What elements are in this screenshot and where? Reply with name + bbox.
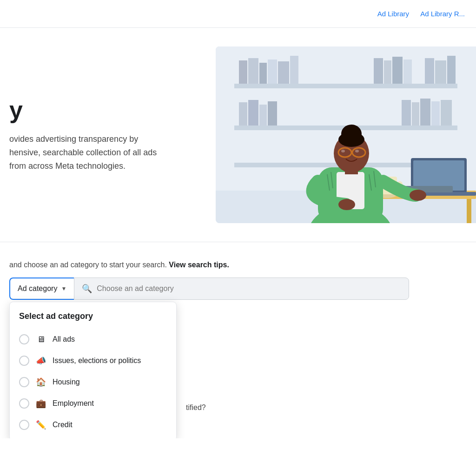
search-section: and choose an ad category to start your … bbox=[0, 242, 476, 438]
hero-text: y ovides advertising transparency by hen… bbox=[0, 97, 216, 173]
svg-rect-19 bbox=[248, 100, 258, 126]
radio-housing[interactable] bbox=[19, 377, 29, 387]
search-icon: 🔍 bbox=[82, 284, 92, 294]
svg-point-53 bbox=[341, 150, 345, 152]
svg-rect-15 bbox=[425, 58, 434, 84]
svg-rect-26 bbox=[441, 100, 452, 126]
svg-rect-24 bbox=[420, 99, 430, 126]
radio-credit[interactable] bbox=[19, 420, 29, 430]
background-partial-text: tified? bbox=[9, 403, 467, 412]
radio-issues-elections[interactable] bbox=[19, 356, 29, 366]
svg-rect-7 bbox=[259, 63, 267, 84]
search-tips-link[interactable]: View search tips. bbox=[169, 261, 229, 269]
monitor-icon: 🖥 bbox=[36, 335, 46, 344]
dropdown-title: Select ad category bbox=[10, 311, 176, 329]
all-ads-label: All ads bbox=[53, 335, 167, 344]
svg-rect-17 bbox=[447, 56, 456, 84]
svg-rect-23 bbox=[412, 102, 419, 126]
svg-point-47 bbox=[410, 190, 426, 201]
ad-category-label: Ad category bbox=[18, 284, 57, 293]
dropdown-container: Select ad category 🖥 All ads 📣 Issues, e… bbox=[9, 302, 177, 438]
svg-rect-9 bbox=[278, 61, 289, 84]
hero-title: y bbox=[9, 97, 197, 123]
svg-rect-25 bbox=[431, 101, 440, 126]
svg-rect-14 bbox=[403, 60, 412, 84]
pencil-icon: ✏️ bbox=[36, 420, 46, 430]
ad-category-button[interactable]: Ad category ▼ bbox=[9, 278, 74, 300]
svg-rect-2 bbox=[234, 84, 457, 88]
svg-rect-20 bbox=[259, 105, 267, 126]
megaphone-icon: 📣 bbox=[36, 356, 46, 366]
dropdown-item-all-ads[interactable]: 🖥 All ads bbox=[10, 329, 176, 350]
radio-all-ads[interactable] bbox=[19, 334, 29, 344]
svg-point-54 bbox=[355, 150, 359, 152]
svg-rect-10 bbox=[290, 56, 298, 84]
nav-ad-library[interactable]: Ad Library bbox=[377, 10, 409, 18]
house-icon: 🏠 bbox=[36, 377, 46, 387]
svg-point-48 bbox=[338, 199, 355, 210]
svg-rect-12 bbox=[384, 60, 391, 84]
hero-illustration bbox=[216, 46, 476, 223]
nav-links: Ad Library Ad Library R... bbox=[377, 10, 465, 18]
svg-point-43 bbox=[338, 132, 364, 147]
svg-rect-13 bbox=[392, 57, 403, 84]
nav-ad-library-report[interactable]: Ad Library R... bbox=[420, 10, 465, 18]
svg-rect-22 bbox=[402, 100, 411, 126]
svg-rect-21 bbox=[268, 101, 277, 126]
svg-rect-18 bbox=[239, 102, 247, 126]
svg-rect-29 bbox=[467, 199, 471, 223]
svg-rect-6 bbox=[248, 58, 258, 84]
search-input-wrap: 🔍 bbox=[74, 278, 409, 300]
dropdown-item-issues-elections[interactable]: 📣 Issues, elections or politics bbox=[10, 350, 176, 371]
dropdown-item-housing[interactable]: 🏠 Housing bbox=[10, 371, 176, 393]
search-hint: and choose an ad category to start your … bbox=[9, 261, 467, 269]
svg-rect-8 bbox=[268, 60, 277, 84]
search-bar: Ad category ▼ 🔍 bbox=[9, 278, 409, 300]
navbar: Ad Library Ad Library R... bbox=[0, 0, 476, 28]
svg-rect-11 bbox=[374, 58, 383, 84]
svg-rect-16 bbox=[435, 60, 446, 84]
chevron-down-icon: ▼ bbox=[61, 285, 66, 292]
issues-elections-label: Issues, elections or politics bbox=[53, 357, 167, 365]
dropdown-panel: Select ad category 🖥 All ads 📣 Issues, e… bbox=[9, 302, 177, 438]
hero-description: ovides advertising transparency by hensi… bbox=[9, 132, 195, 172]
housing-label: Housing bbox=[53, 378, 167, 386]
dropdown-item-credit[interactable]: ✏️ Credit bbox=[10, 414, 176, 436]
svg-rect-5 bbox=[239, 60, 247, 84]
credit-label: Credit bbox=[53, 421, 167, 429]
hero-image bbox=[216, 46, 476, 223]
search-input[interactable] bbox=[97, 284, 401, 293]
hero-section: y ovides advertising transparency by hen… bbox=[0, 28, 476, 242]
